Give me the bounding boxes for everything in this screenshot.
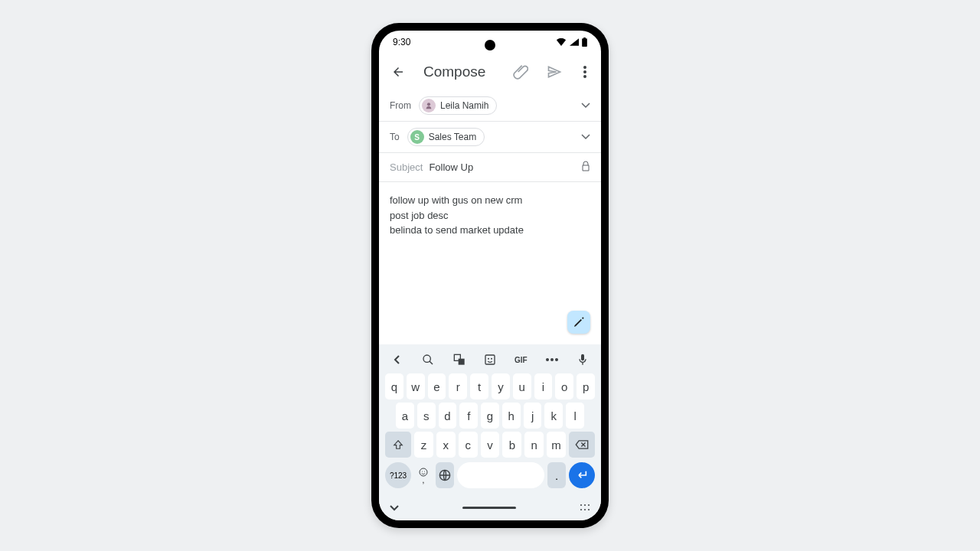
key-z[interactable]: z (414, 432, 433, 458)
keyboard-menu[interactable] (580, 500, 590, 514)
more-vert-icon (583, 66, 586, 78)
key-language[interactable] (436, 462, 454, 488)
to-row[interactable]: To S Sales Team (379, 122, 601, 153)
svg-point-15 (422, 471, 423, 471)
key-d[interactable]: d (439, 403, 457, 429)
key-j[interactable]: j (524, 403, 542, 429)
kb-gif[interactable]: GIF (513, 352, 528, 367)
key-r[interactable]: r (449, 373, 467, 399)
email-body[interactable]: follow up with gus on new crm post job d… (379, 182, 601, 344)
key-emoji[interactable]: , (414, 462, 433, 488)
key-u[interactable]: u (513, 373, 531, 399)
kb-mic[interactable] (575, 352, 590, 367)
kb-translate[interactable] (452, 352, 467, 367)
smart-compose-fab[interactable] (567, 311, 590, 334)
lock-icon (581, 161, 590, 174)
key-space[interactable] (457, 462, 544, 488)
kb-sticker[interactable] (482, 352, 498, 367)
svg-point-23 (588, 509, 590, 510)
svg-point-22 (584, 509, 586, 510)
send-icon (547, 64, 562, 80)
key-x[interactable]: x (436, 432, 456, 458)
key-s[interactable]: s (417, 403, 436, 429)
key-numbers[interactable]: ?123 (385, 462, 411, 488)
key-n[interactable]: n (524, 432, 544, 458)
key-m[interactable]: m (547, 432, 566, 458)
svg-point-14 (420, 468, 427, 476)
svg-rect-6 (458, 359, 464, 365)
key-l[interactable]: l (566, 403, 584, 429)
key-shift[interactable] (385, 432, 411, 458)
from-chip[interactable]: Leila Namih (419, 96, 497, 115)
key-k[interactable]: k (544, 403, 563, 429)
phone-frame: 9:30 Compose From Leila Namih (371, 23, 609, 528)
svg-point-20 (588, 504, 590, 506)
svg-point-9 (491, 358, 492, 360)
svg-point-4 (423, 355, 430, 362)
status-icons (556, 37, 587, 47)
key-i[interactable]: i (534, 373, 553, 399)
attach-button[interactable] (512, 64, 529, 80)
key-p[interactable]: p (577, 373, 595, 399)
svg-point-19 (584, 504, 586, 506)
signal-icon (570, 38, 579, 46)
key-t[interactable]: t (470, 373, 488, 399)
keyboard: GIF q w e r t y u i o p a s d f g h j k … (379, 344, 601, 494)
subject-label: Subject (390, 161, 423, 173)
key-g[interactable]: g (481, 403, 499, 429)
key-f[interactable]: f (459, 403, 478, 429)
back-button[interactable] (390, 64, 407, 80)
to-chip[interactable]: S Sales Team (407, 128, 485, 146)
kb-back[interactable] (390, 352, 405, 367)
key-q[interactable]: q (385, 373, 403, 399)
clock: 9:30 (393, 37, 410, 47)
more-button[interactable] (580, 64, 590, 80)
svg-point-11 (550, 358, 554, 361)
chevron-down-icon (581, 103, 590, 109)
expand-from[interactable] (581, 100, 590, 111)
key-y[interactable]: y (492, 373, 510, 399)
body-line: belinda to send market update (390, 223, 590, 238)
key-c[interactable]: c (459, 432, 478, 458)
app-bar: Compose (379, 54, 601, 90)
key-enter[interactable] (569, 462, 595, 488)
svg-point-0 (583, 66, 586, 69)
more-horiz-icon (546, 358, 558, 361)
svg-point-16 (424, 471, 425, 471)
translate-icon (453, 354, 466, 366)
from-label: From (390, 100, 411, 111)
gesture-handle[interactable] (462, 507, 516, 509)
key-o[interactable]: o (555, 373, 573, 399)
key-backspace[interactable] (569, 432, 595, 458)
key-e[interactable]: e (428, 373, 446, 399)
sticker-icon (484, 354, 496, 366)
svg-point-2 (583, 75, 586, 78)
kb-more[interactable] (544, 352, 560, 367)
expand-to[interactable] (581, 132, 590, 142)
key-b[interactable]: b (502, 432, 521, 458)
send-button[interactable] (546, 64, 563, 80)
svg-point-18 (580, 504, 582, 506)
wifi-icon (556, 38, 567, 46)
from-row[interactable]: From Leila Namih (379, 90, 601, 122)
chevron-left-icon (394, 355, 401, 364)
kb-row-3: z x c v b n m (382, 430, 598, 459)
kb-row-4: ?123 , . (382, 459, 598, 488)
subject-row[interactable]: Subject Follow Up (379, 153, 601, 182)
svg-point-12 (555, 358, 558, 361)
keyboard-toolbar: GIF (382, 347, 598, 372)
key-v[interactable]: v (481, 432, 500, 458)
mic-icon (578, 354, 587, 366)
key-h[interactable]: h (502, 403, 521, 429)
gif-label: GIF (514, 356, 528, 364)
key-period[interactable]: . (547, 462, 566, 488)
subject-input[interactable]: Follow Up (429, 161, 473, 173)
collapse-keyboard[interactable] (390, 500, 399, 514)
svg-point-10 (546, 358, 549, 361)
svg-rect-7 (485, 355, 495, 364)
body-line: follow up with gus on new crm (390, 193, 590, 208)
svg-point-21 (580, 509, 582, 510)
key-w[interactable]: w (407, 373, 425, 399)
kb-search[interactable] (420, 352, 436, 367)
key-a[interactable]: a (396, 403, 414, 429)
